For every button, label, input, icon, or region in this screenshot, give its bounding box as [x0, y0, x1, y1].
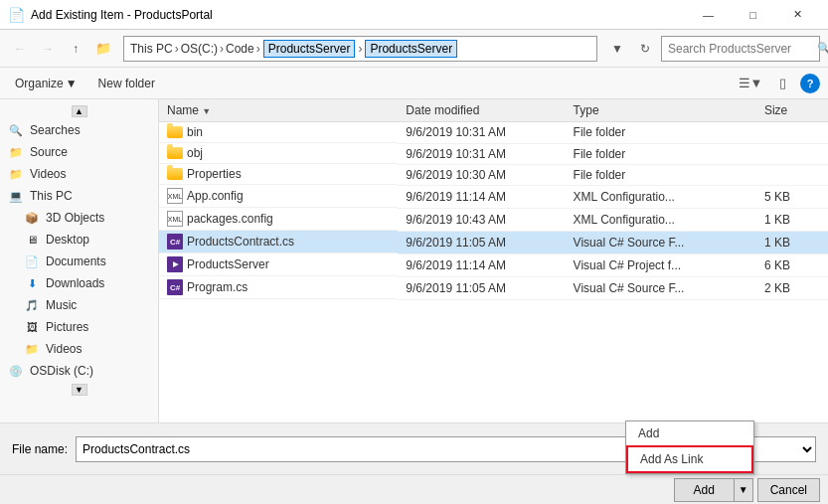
searches-icon	[8, 122, 24, 138]
view-options-button[interactable]: ☰▼	[737, 72, 764, 95]
col-header-date[interactable]: Date modified	[398, 99, 565, 122]
table-row[interactable]: ▶ ProductsServer 9/6/2019 11:14 AM Visua…	[159, 253, 828, 276]
documents-icon	[24, 253, 40, 269]
sidebar-label-videos: Videos	[30, 167, 66, 181]
sidebar: ▲ Searches Source Videos This PC 3D Obje…	[0, 99, 159, 422]
back-button[interactable]: ←	[8, 37, 32, 61]
sidebar-item-osdisk[interactable]: OSDisk (C:)	[0, 360, 158, 382]
col-header-name[interactable]: Name ▼	[159, 99, 398, 122]
organize-chevron: ▼	[66, 77, 78, 90]
cell-size: 1 KB	[756, 208, 828, 231]
col-header-size[interactable]: Size	[756, 99, 828, 122]
sidebar-label-osdisk: OSDisk (C:)	[30, 364, 93, 378]
sidebar-item-videos[interactable]: Videos	[0, 163, 158, 185]
cell-name: obj	[159, 143, 398, 164]
table-header: Name ▼ Date modified Type Size	[159, 99, 828, 122]
cell-date: 9/6/2019 10:31 AM	[398, 122, 565, 144]
table-row[interactable]: C# Program.cs 9/6/2019 11:05 AM Visual C…	[159, 276, 828, 299]
table-row[interactable]: obj 9/6/2019 10:31 AM File folder	[159, 143, 828, 164]
main-content: ▲ Searches Source Videos This PC 3D Obje…	[0, 99, 828, 422]
file-list: Name ▼ Date modified Type Size bin 9/6/2…	[159, 99, 828, 422]
cell-name: C# Program.cs	[159, 276, 398, 299]
music-icon	[24, 297, 40, 313]
sidebar-item-music[interactable]: Music	[0, 294, 158, 316]
file-name: App.config	[187, 189, 244, 203]
menu-item-add[interactable]: Add	[626, 421, 753, 445]
refresh-button[interactable]: ↻	[633, 37, 657, 61]
sidebar-item-pictures[interactable]: Pictures	[0, 316, 158, 338]
cell-type: XML Configuratio...	[566, 208, 756, 231]
cell-name: XML packages.config	[159, 208, 398, 231]
sep1: ›	[175, 42, 179, 56]
cell-date: 9/6/2019 10:43 AM	[398, 208, 565, 231]
preview-pane-button[interactable]: ▯	[768, 72, 796, 95]
sidebar-item-desktop[interactable]: Desktop	[0, 229, 158, 251]
cell-size	[756, 164, 828, 185]
organize-toolbar: Organize ▼ New folder ☰▼ ▯ ?	[0, 68, 828, 99]
videos2-icon	[24, 341, 40, 357]
close-button[interactable]: ✕	[775, 0, 820, 30]
scroll-down-area: ▼	[0, 382, 158, 398]
sidebar-label-thispc: This PC	[30, 189, 73, 203]
table-row[interactable]: bin 9/6/2019 10:31 AM File folder	[159, 122, 828, 144]
cancel-button[interactable]: Cancel	[757, 478, 820, 502]
organize-button[interactable]: Organize ▼	[8, 73, 84, 94]
sidebar-item-downloads[interactable]: Downloads	[0, 272, 158, 294]
minimize-button[interactable]: —	[686, 0, 731, 30]
sidebar-label-desktop: Desktop	[46, 233, 89, 247]
add-button[interactable]: Add	[674, 478, 734, 502]
sidebar-label-3dobjects: 3D Objects	[46, 211, 104, 225]
sep3: ›	[256, 42, 260, 56]
table-row[interactable]: XML packages.config 9/6/2019 10:43 AM XM…	[159, 208, 828, 231]
search-bar[interactable]: 🔍	[661, 36, 820, 62]
breadcrumb-osc: OS(C:)	[181, 42, 218, 56]
folder-icon: 📁	[95, 41, 111, 56]
downloads-icon	[24, 275, 40, 291]
menu-item-add-as-link[interactable]: Add As Link	[626, 445, 753, 473]
forward-button[interactable]: →	[36, 37, 60, 61]
help-button[interactable]: ?	[800, 74, 820, 93]
sidebar-item-documents[interactable]: Documents	[0, 251, 158, 272]
filename-input[interactable]	[76, 436, 649, 462]
folder-icon	[167, 126, 183, 138]
cell-date: 9/6/2019 11:05 AM	[398, 231, 565, 253]
xml-icon: XML	[167, 211, 183, 227]
toolbar2-right: ☰▼ ▯ ?	[737, 72, 820, 95]
3dobjects-icon	[24, 210, 40, 226]
sidebar-scroll-down[interactable]: ▼	[72, 384, 87, 396]
table-row[interactable]: XML App.config 9/6/2019 11:14 AM XML Con…	[159, 185, 828, 208]
breadcrumb-bar[interactable]: This PC › OS(C:) › Code › ProductsServer…	[123, 36, 597, 62]
up-button[interactable]: ↑	[64, 37, 87, 61]
search-input[interactable]	[668, 42, 817, 56]
sidebar-item-searches[interactable]: Searches	[0, 119, 158, 141]
col-header-type[interactable]: Type	[566, 99, 756, 122]
sidebar-item-source[interactable]: Source	[0, 141, 158, 163]
cell-type: File folder	[566, 122, 756, 144]
new-folder-button[interactable]: New folder	[92, 74, 161, 93]
cs-icon: C#	[167, 279, 183, 295]
buttons-row: Add ▼ Cancel Add Add As Link	[0, 474, 828, 504]
sidebar-item-3dobjects[interactable]: 3D Objects	[0, 207, 158, 229]
cell-name: Properties	[159, 164, 398, 185]
add-dropdown-button[interactable]: ▼	[734, 478, 753, 502]
cell-size: 1 KB	[756, 231, 828, 253]
titlebar: 📄 Add Existing Item - ProductsPortal — □…	[0, 0, 828, 30]
titlebar-title: Add Existing Item - ProductsPortal	[31, 8, 213, 22]
dropdown-button[interactable]: ▼	[605, 37, 629, 61]
sidebar-item-thispc[interactable]: This PC	[0, 185, 158, 207]
cell-size: 5 KB	[756, 185, 828, 208]
file-name: ProductsServer	[187, 257, 269, 271]
table-row[interactable]: Properties 9/6/2019 10:30 AM File folder	[159, 164, 828, 185]
breadcrumb-code: Code	[226, 42, 254, 56]
maximize-button[interactable]: □	[731, 0, 775, 30]
file-name: packages.config	[187, 212, 273, 226]
table-row[interactable]: C# ProductsContract.cs 9/6/2019 11:05 AM…	[159, 231, 828, 253]
cell-type: Visual C# Project f...	[566, 253, 756, 276]
sep4: ›	[358, 42, 362, 56]
sidebar-item-videos2[interactable]: Videos	[0, 338, 158, 360]
sidebar-scroll-up[interactable]: ▲	[72, 105, 87, 117]
cell-size: 2 KB	[756, 276, 828, 299]
app-icon: 📄	[8, 7, 25, 23]
cell-date: 9/6/2019 11:05 AM	[398, 276, 565, 299]
cell-size: 6 KB	[756, 253, 828, 276]
